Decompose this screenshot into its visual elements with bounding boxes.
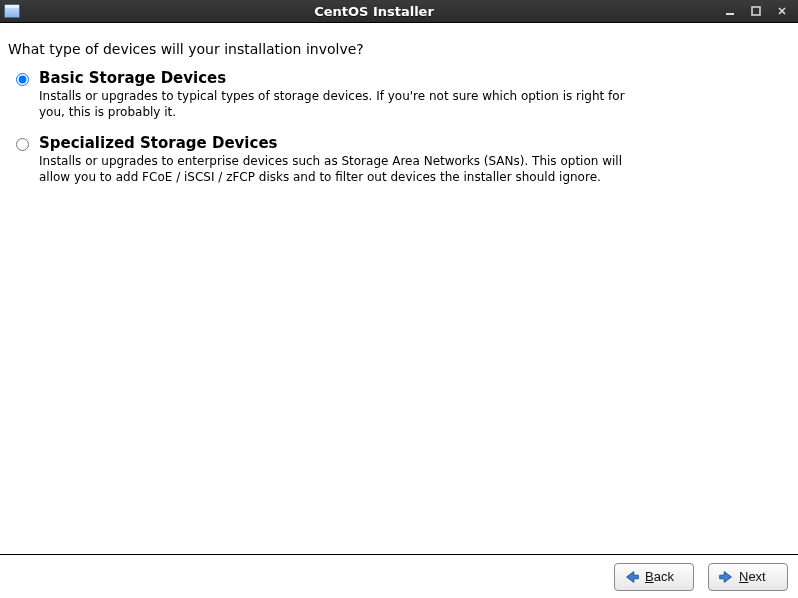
content-area: What type of devices will your installat… bbox=[0, 23, 798, 554]
option-specialized-text: Specialized Storage Devices Installs or … bbox=[39, 134, 649, 185]
svg-rect-1 bbox=[752, 7, 760, 15]
window-controls bbox=[722, 4, 794, 18]
back-label: Back bbox=[645, 569, 674, 584]
svg-rect-0 bbox=[726, 13, 734, 15]
page-question: What type of devices will your installat… bbox=[8, 41, 790, 57]
next-label: Next bbox=[739, 569, 766, 584]
maximize-button[interactable] bbox=[748, 4, 764, 18]
radio-specialized-storage[interactable] bbox=[16, 138, 29, 151]
back-button[interactable]: Back bbox=[614, 563, 694, 591]
option-basic-title: Basic Storage Devices bbox=[39, 69, 649, 87]
next-button[interactable]: Next bbox=[708, 563, 788, 591]
arrow-right-icon bbox=[717, 568, 735, 586]
arrow-left-icon bbox=[623, 568, 641, 586]
close-button[interactable] bbox=[774, 4, 790, 18]
option-specialized-title: Specialized Storage Devices bbox=[39, 134, 649, 152]
option-basic-text: Basic Storage Devices Installs or upgrad… bbox=[39, 69, 649, 120]
radio-basic-storage[interactable] bbox=[16, 73, 29, 86]
option-basic-desc: Installs or upgrades to typical types of… bbox=[39, 89, 649, 120]
footer: Back Next bbox=[0, 554, 798, 598]
option-specialized-desc: Installs or upgrades to enterprise devic… bbox=[39, 154, 649, 185]
window-title: CentOS Installer bbox=[26, 4, 722, 19]
titlebar: CentOS Installer bbox=[0, 0, 798, 23]
option-basic-storage[interactable]: Basic Storage Devices Installs or upgrad… bbox=[8, 69, 790, 120]
minimize-button[interactable] bbox=[722, 4, 738, 18]
app-icon bbox=[4, 4, 20, 18]
option-specialized-storage[interactable]: Specialized Storage Devices Installs or … bbox=[8, 134, 790, 185]
